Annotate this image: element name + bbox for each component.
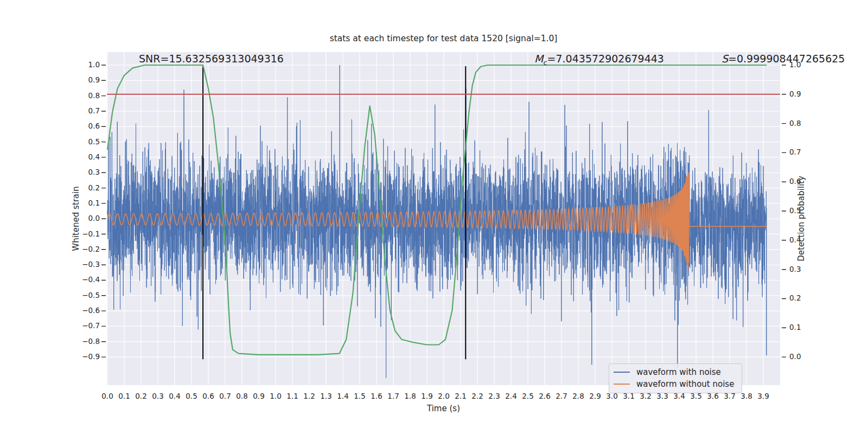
x-tick-label: 0.8 [233, 392, 251, 400]
snr-annotation: SNR=15.632569313049316 [139, 53, 284, 65]
x-tick-label: 0.1 [115, 392, 133, 400]
right-y-tick-label: 0.6 [789, 177, 811, 186]
right-y-tick-label: 0.3 [789, 265, 811, 273]
legend-item-with-noise: waveform with noise [609, 366, 742, 378]
x-tick-label: 2.5 [519, 392, 537, 400]
x-tick-label: 2.0 [435, 392, 453, 400]
x-tick-label: 2.6 [535, 392, 554, 400]
left-y-tick-label: 1.0 [65, 60, 100, 69]
x-tick-label: 1.1 [283, 392, 302, 400]
significance-value: =0.999908447265625 [728, 53, 845, 65]
right-y-tick-label: 0.1 [789, 323, 811, 331]
x-tick-label: 0.2 [132, 392, 150, 400]
chirp-mass-value: =7.043572902679443 [547, 53, 664, 65]
right-y-tick-label: 0.7 [789, 148, 811, 156]
left-y-tick-label: 0.6 [65, 122, 100, 130]
legend-swatch-blue-line [614, 372, 630, 373]
legend-item-without-noise: waveform without noise [609, 378, 742, 390]
x-tick-label: 0.5 [182, 392, 201, 400]
left-y-tick-label: 0.3 [65, 168, 100, 176]
x-tick-label: 0.4 [165, 392, 184, 400]
legend-swatch-orange-line [614, 384, 630, 385]
x-tick-label: 2.3 [485, 392, 503, 400]
x-tick-label: 1.3 [317, 392, 335, 400]
x-tick-label: 1.4 [334, 392, 352, 400]
legend-label: waveform without noise [636, 379, 734, 389]
x-tick-label: 2.7 [552, 392, 571, 400]
x-tick-label: 0.9 [250, 392, 268, 400]
x-tick-label: 1.6 [367, 392, 386, 400]
right-y-tick-label: 0.2 [789, 293, 811, 302]
chirp-mass-subscript: c [543, 59, 547, 67]
figure: stats at each timestep for test data 152… [0, 0, 868, 434]
x-tick-label: 1.9 [418, 392, 436, 400]
right-y-tick-label: 0.9 [789, 90, 811, 98]
x-tick-label: 2.9 [586, 392, 604, 400]
legend: waveform with noise waveform without noi… [609, 363, 742, 393]
left-y-tick-label: −0.2 [65, 245, 100, 253]
x-tick-label: 0.6 [199, 392, 218, 400]
left-y-tick-label: 0.8 [65, 91, 100, 100]
left-y-tick-label: 0.4 [65, 152, 100, 161]
significance-symbol: S [722, 53, 728, 65]
x-tick-label: 3.9 [754, 392, 773, 400]
left-y-tick-label: −0.7 [65, 321, 100, 330]
right-y-tick-label: 0.5 [789, 206, 811, 215]
x-tick-label: 2.8 [569, 392, 588, 400]
left-y-tick-label: −0.1 [65, 229, 100, 238]
left-y-tick-label: −0.8 [65, 337, 100, 346]
left-y-tick-label: 0.7 [65, 106, 100, 115]
right-y-tick-label: 0.8 [789, 119, 811, 127]
right-y-tick-label: 1.0 [789, 60, 811, 69]
x-tick-label: 0.7 [216, 392, 234, 400]
significance-annotation: S=0.999908447265625 [722, 53, 845, 65]
legend-label: waveform with noise [636, 367, 721, 377]
left-y-tick-label: 0.0 [65, 214, 100, 222]
left-y-tick-label: −0.4 [65, 275, 100, 284]
chirp-mass-annotation: Mc=7.043572902679443 [534, 53, 664, 67]
x-tick-label: 0.0 [98, 392, 117, 400]
snr-text: SNR=15.632569313049316 [139, 53, 284, 65]
x-tick-label: 1.2 [300, 392, 318, 400]
left-y-tick-label: −0.6 [65, 306, 100, 315]
left-y-tick-label: 0.1 [65, 199, 100, 207]
chart-title: stats at each timestep for test data 152… [107, 34, 780, 43]
x-tick-label: 1.7 [384, 392, 403, 400]
left-y-tick-label: −0.9 [65, 352, 100, 361]
x-tick-label: 2.1 [451, 392, 470, 400]
left-y-tick-label: −0.3 [65, 260, 100, 269]
y-axis-label-right: Detection probability [796, 176, 806, 261]
x-tick-label: 1.0 [266, 392, 285, 400]
chirp-mass-symbol: M [534, 53, 543, 65]
x-tick-label: 2.2 [468, 392, 487, 400]
x-tick-label: 1.8 [401, 392, 419, 400]
right-y-tick-label: 0.4 [789, 235, 811, 244]
left-y-tick-label: 0.2 [65, 183, 100, 192]
x-tick-label: 2.4 [502, 392, 520, 400]
x-tick-label: 0.3 [149, 392, 167, 400]
left-y-tick-label: −0.5 [65, 291, 100, 299]
left-y-tick-label: 0.5 [65, 137, 100, 146]
x-axis-label: Time (s) [107, 404, 780, 413]
left-y-tick-label: 0.9 [65, 75, 100, 84]
right-y-tick-label: 0.0 [789, 352, 811, 361]
x-tick-label: 1.5 [350, 392, 369, 400]
